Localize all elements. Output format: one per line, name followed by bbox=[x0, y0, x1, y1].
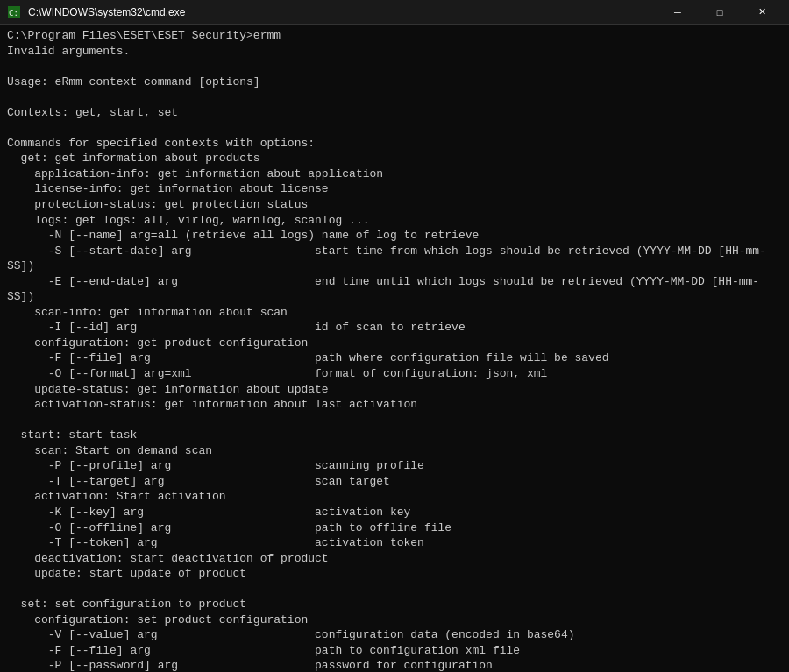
svg-text:C:: C: bbox=[9, 9, 18, 18]
title-bar: C: C:\WINDOWS\system32\cmd.exe ─ □ ✕ bbox=[0, 0, 789, 25]
close-button[interactable]: ✕ bbox=[742, 0, 782, 25]
terminal-text: C:\Program Files\ESET\ESET Security>ermm… bbox=[7, 28, 782, 672]
window-controls: ─ □ ✕ bbox=[658, 0, 782, 25]
minimize-button[interactable]: ─ bbox=[658, 0, 698, 25]
terminal-output: C:\Program Files\ESET\ESET Security>ermm… bbox=[0, 25, 789, 672]
cmd-icon: C: bbox=[7, 5, 21, 19]
maximize-button[interactable]: □ bbox=[700, 0, 740, 25]
title-bar-left: C: C:\WINDOWS\system32\cmd.exe bbox=[7, 5, 185, 19]
window-title: C:\WINDOWS\system32\cmd.exe bbox=[28, 6, 185, 18]
